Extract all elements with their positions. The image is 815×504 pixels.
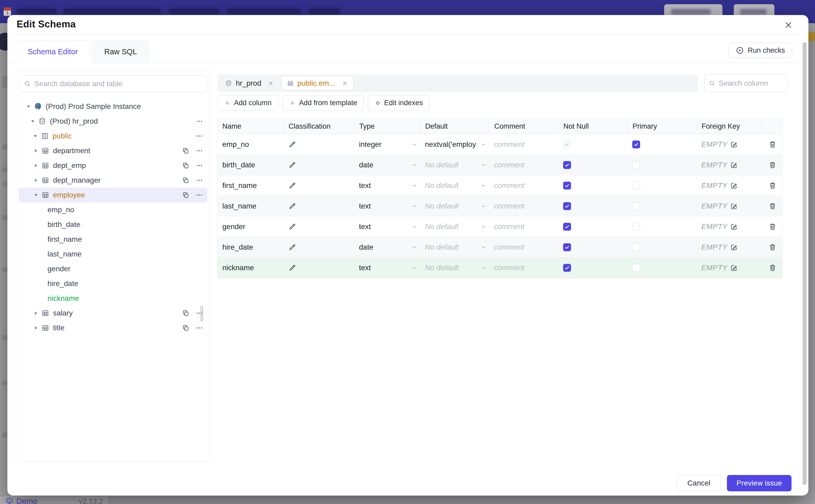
column-name[interactable]: birth_date [218,161,283,169]
chip-public-employee[interactable]: public.em... [281,76,353,90]
pencil-icon[interactable] [288,223,296,231]
type-select[interactable]: text [354,181,420,190]
tree-item--prod-prod-sample-instance[interactable]: (Prod) Prod Sample Instance [19,99,207,114]
checkbox[interactable] [632,223,640,231]
checkbox[interactable] [563,161,571,169]
default-select[interactable]: No default [420,243,489,251]
default-select[interactable]: No default [420,161,489,169]
tree-item-employee[interactable]: employee [19,188,207,202]
column-name[interactable]: last_name [218,202,283,210]
checkbox[interactable] [632,140,640,148]
type-select[interactable]: integer [354,140,420,149]
edit-square-icon[interactable] [730,202,738,210]
copy-icon[interactable] [181,309,190,317]
cancel-button[interactable]: Cancel [677,475,721,491]
preview-issue-button[interactable]: Preview issue [727,475,792,491]
comment-field[interactable]: comment [489,202,558,210]
more-icon[interactable] [195,132,204,140]
comment-field[interactable]: comment [489,161,558,169]
trash-icon[interactable] [769,243,777,251]
panel-resize-handle[interactable] [201,306,204,322]
chip-hr-prod[interactable]: hr_prod [220,76,279,90]
tree-item-dept-manager[interactable]: dept_manager [19,173,207,188]
edit-square-icon[interactable] [730,223,738,231]
edit-square-icon[interactable] [730,182,738,190]
caret-right-icon[interactable] [32,309,40,317]
tree-item-title[interactable]: title [19,321,207,335]
column-name[interactable]: nickname [218,264,283,272]
tree-item--prod-hr-prod[interactable]: (Prod) hr_prod [19,114,207,129]
checkbox[interactable] [563,243,571,251]
column-name[interactable]: emp_no [218,140,283,149]
more-icon[interactable] [195,191,204,199]
caret-right-icon[interactable] [32,162,40,169]
modal-scrollbar-thumb[interactable] [803,42,807,485]
more-icon[interactable] [195,117,204,125]
close-icon[interactable] [341,80,348,86]
type-select[interactable]: date [354,161,420,169]
type-select[interactable]: date [354,243,420,251]
checkbox[interactable] [632,182,640,190]
pencil-icon[interactable] [288,182,296,190]
tree-search-input[interactable] [34,80,202,88]
tab-raw-sql[interactable]: Raw SQL [92,40,149,63]
type-select[interactable]: text [354,264,420,272]
type-select[interactable]: text [354,222,420,231]
comment-field[interactable]: comment [489,140,558,149]
more-icon[interactable] [195,176,204,185]
type-select[interactable]: text [354,202,420,210]
copy-icon[interactable] [181,161,190,170]
pencil-icon[interactable] [288,202,296,210]
pencil-icon[interactable] [288,264,296,272]
pencil-icon[interactable] [288,161,296,169]
edit-square-icon[interactable] [730,264,738,272]
close-icon[interactable] [783,20,794,30]
trash-icon[interactable] [769,140,777,148]
tree-item-salary[interactable]: salary [19,306,207,321]
caret-down-icon[interactable] [32,191,40,199]
default-select[interactable]: No default [420,264,489,272]
column-name[interactable]: first_name [218,181,283,190]
copy-icon[interactable] [181,324,190,332]
trash-icon[interactable] [769,264,777,272]
checkbox[interactable] [563,140,571,148]
checkbox[interactable] [632,202,640,210]
more-icon[interactable] [195,324,204,332]
tree-item-dept-emp[interactable]: dept_emp [19,158,207,173]
caret-right-icon[interactable] [32,147,40,155]
copy-icon[interactable] [181,147,190,155]
column-name[interactable]: hire_date [218,243,283,251]
caret-down-icon[interactable] [25,103,32,110]
checkbox[interactable] [632,243,640,251]
tree-item-public[interactable]: public [19,129,207,143]
column-search-input[interactable] [719,79,783,88]
tree-item-birth-date[interactable]: birth_date [19,217,207,232]
add-column-button[interactable]: Add column [217,95,278,111]
add-from-template-button[interactable]: Add from template [282,95,364,111]
edit-square-icon[interactable] [730,140,738,148]
tree-item-department[interactable]: department [19,143,207,158]
trash-icon[interactable] [769,182,777,190]
tree-item-hire-date[interactable]: hire_date [19,276,207,291]
pencil-icon[interactable] [288,140,296,148]
tree-item-first-name[interactable]: first_name [19,232,207,247]
copy-icon[interactable] [181,176,190,185]
checkbox[interactable] [563,182,571,190]
copy-icon[interactable] [181,191,190,199]
more-icon[interactable] [195,147,204,155]
trash-icon[interactable] [769,202,777,210]
close-icon[interactable] [268,80,274,86]
comment-field[interactable]: comment [489,181,558,190]
caret-right-icon[interactable] [32,176,40,184]
checkbox[interactable] [563,264,571,272]
column-name[interactable]: gender [218,222,283,231]
tree-item-emp-no[interactable]: emp_no [19,202,207,217]
trash-icon[interactable] [769,223,777,231]
pencil-icon[interactable] [288,243,296,251]
edit-square-icon[interactable] [730,243,738,251]
comment-field[interactable]: comment [489,222,558,231]
edit-indexes-button[interactable]: Edit indexes [368,95,430,111]
comment-field[interactable]: comment [489,264,558,272]
default-select[interactable]: No default [420,202,489,210]
default-select[interactable]: No default [420,181,489,190]
